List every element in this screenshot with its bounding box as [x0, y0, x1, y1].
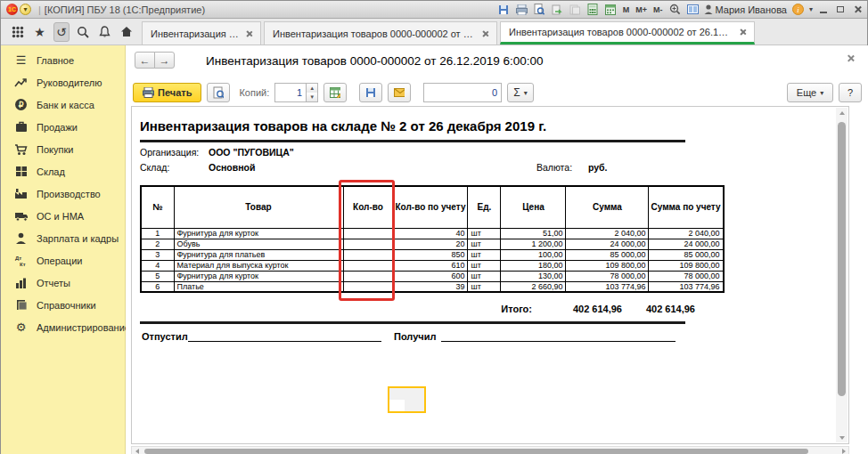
table-cell: Фурнитура для курток: [174, 271, 343, 281]
divider: [140, 321, 685, 324]
history-icon[interactable]: ↺: [53, 22, 70, 42]
back-button[interactable]: ←: [135, 52, 155, 69]
email-button[interactable]: [388, 83, 411, 102]
titlebar: 1С ▾ | [КОПИЯ] ПБУ 18 (1С:Предприятие) M…: [1, 1, 867, 19]
save-icon[interactable]: [497, 4, 511, 16]
table-cell: 1 200,00: [501, 239, 566, 249]
calendar-icon[interactable]: [604, 4, 618, 16]
apps-grid-icon[interactable]: [10, 22, 26, 42]
cell-cursor-box[interactable]: [388, 386, 426, 413]
table-cell: Фурнитура для курток: [174, 228, 343, 239]
more-button[interactable]: Еще ▾: [787, 83, 833, 102]
table-cell: 103 774,96: [649, 281, 724, 292]
sidebar-item-main[interactable]: ☰ Главное: [1, 49, 125, 71]
memory-m-button[interactable]: M: [622, 5, 631, 14]
tabbar: ★ ↺ Инвентаризация товаров Инвентаризаци…: [1, 19, 867, 45]
horizontal-scrollbar[interactable]: [131, 446, 849, 454]
sidebar-item-fixed-assets[interactable]: ОС и НМА: [1, 205, 125, 227]
home-icon[interactable]: [119, 22, 135, 42]
totals-row: Итого: 402 614,96 402 614,96: [140, 304, 697, 314]
table-cell: Обувь: [174, 239, 343, 249]
printform-title: Инвентаризация товаров на складе № 2 от …: [140, 118, 546, 134]
calculator-icon[interactable]: [586, 4, 600, 16]
tab-inventory-doc-2[interactable]: Инвентаризация товаров 0000-000002 от 26…: [500, 21, 755, 45]
person-icon: [13, 231, 29, 246]
main-menu-button[interactable]: ▾: [20, 4, 31, 15]
col-number: №: [141, 186, 174, 228]
sidebar-item-warehouse[interactable]: Склад: [1, 160, 125, 182]
chevron-down-icon: ▾: [524, 89, 528, 97]
warehouse-row: Склад: Основной: [140, 162, 169, 173]
tab-inventory-doc-1[interactable]: Инвентаризация товаров 0000-000002 от 26…: [264, 21, 497, 45]
scroll-up-icon[interactable]: [836, 108, 848, 118]
sidebar-item-production[interactable]: Производство: [1, 182, 125, 205]
scroll-right-icon[interactable]: [839, 447, 848, 454]
zoom-icon[interactable]: [668, 4, 682, 16]
table-cell: 85 000,00: [649, 249, 724, 260]
edit-table-button[interactable]: [323, 83, 347, 102]
sidebar-item-payroll-hr[interactable]: Зарплата и кадры: [1, 227, 125, 249]
sum-field[interactable]: [423, 83, 502, 102]
send-document-icon[interactable]: [551, 4, 564, 16]
sidebar-item-catalogs[interactable]: Справочники: [1, 294, 125, 316]
memory-mplus-button[interactable]: M+: [635, 5, 648, 14]
vertical-scrollbar[interactable]: [836, 108, 848, 442]
hscroll-thumb[interactable]: [144, 449, 808, 454]
scroll-down-icon[interactable]: [836, 433, 848, 442]
sidebar-item-operations[interactable]: ДтКт Операции: [1, 249, 125, 272]
sidebar-item-reports[interactable]: Отчеты: [1, 272, 125, 294]
catalog-icon: [13, 297, 29, 312]
current-user[interactable]: Мария Иванова: [704, 4, 787, 15]
sidebar-item-manager[interactable]: Руководителю: [1, 71, 125, 93]
col-sum-accounted: Сумма по учету: [649, 186, 724, 228]
table-cell: 130,00: [501, 271, 566, 281]
vscroll-thumb[interactable]: [838, 122, 846, 396]
preview-button[interactable]: [207, 83, 230, 102]
search-icon[interactable]: [75, 22, 91, 42]
help-button[interactable]: ?: [839, 83, 862, 102]
inventory-table: № Товар Кол-во Кол-во по учету Ед. Цена …: [140, 185, 725, 293]
table-cell: 100,00: [501, 249, 566, 260]
table-cell: Платье: [174, 281, 343, 292]
tab-inventory-list[interactable]: Инвентаризация товаров: [142, 21, 261, 45]
favorites-star-icon[interactable]: ★: [31, 22, 47, 42]
print-icon[interactable]: [515, 4, 528, 16]
table-cell: 180,00: [501, 260, 566, 271]
sigma-button[interactable]: Σ ▾: [507, 83, 533, 102]
preview-icon: [213, 86, 224, 99]
print-button[interactable]: Печать: [133, 83, 201, 102]
save-document-button[interactable]: [359, 83, 382, 102]
tab-close-icon[interactable]: [245, 30, 252, 37]
divider: [140, 140, 685, 142]
sidebar-item-sales[interactable]: Продажи: [1, 116, 125, 138]
sidebar-item-administration[interactable]: ⚙ Администрирование: [1, 316, 125, 338]
memory-mminus-button[interactable]: M-: [652, 5, 664, 14]
sidebar-item-purchases[interactable]: Покупки: [1, 138, 125, 160]
restore-button[interactable]: [834, 4, 847, 15]
user-icon: [704, 4, 713, 14]
forward-button[interactable]: →: [154, 52, 175, 69]
sidebar-item-bank-cash[interactable]: ₽ Банк и касса: [1, 93, 125, 116]
table-cell: 24 000,00: [649, 239, 724, 249]
table-row: 2Обувь20шт1 200,0024 000,0024 000,00: [141, 239, 724, 249]
service-info-icon[interactable]: i: [791, 4, 805, 16]
close-form-icon[interactable]: [847, 50, 855, 66]
svg-text:₽: ₽: [19, 101, 24, 109]
copies-stepper[interactable]: ▲▼: [274, 83, 318, 102]
close-button[interactable]: [851, 4, 864, 15]
table-cell: 103 774,96: [566, 281, 649, 292]
notifications-bell-icon[interactable]: [96, 22, 112, 42]
envelope-icon: [394, 88, 405, 97]
split-columns-icon[interactable]: [686, 4, 700, 16]
table-cell: 3: [141, 249, 174, 260]
table-row: 5Фурнитура для курток600шт130,0078 000,0…: [141, 271, 724, 281]
trend-icon: [13, 75, 29, 90]
copies-spinner[interactable]: ▲▼: [307, 83, 318, 102]
copies-input[interactable]: [274, 83, 307, 102]
minimize-button[interactable]: [817, 4, 830, 15]
chevron-down-icon[interactable]: ▾: [809, 5, 813, 13]
tab-close-icon[interactable]: [481, 30, 488, 37]
scroll-left-icon[interactable]: [132, 447, 142, 454]
print-preview-icon[interactable]: [533, 4, 546, 16]
tab-close-icon[interactable]: [739, 28, 746, 36]
